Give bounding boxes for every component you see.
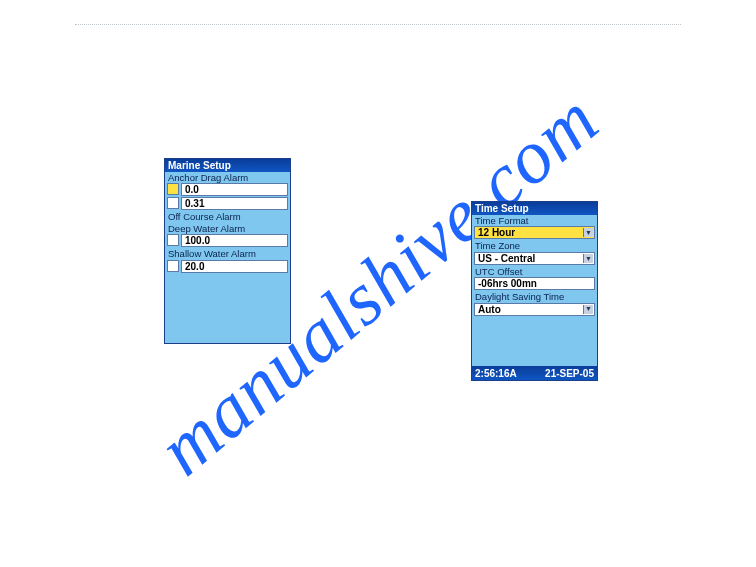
dst-label: Daylight Saving Time [472,291,597,302]
divider [75,24,681,25]
anchor-drag-value[interactable]: 0.0 [181,183,288,196]
marine-setup-window: Marine Setup Anchor Drag Alarm 0.0 0.31 … [164,158,291,344]
time-zone-label: Time Zone [472,240,597,251]
anchor-drag-label: Anchor Drag Alarm [165,172,290,183]
utc-offset-value: -06hrs 00mn [478,278,537,289]
time-format-value: 12 Hour [478,227,515,238]
time-title: Time Setup [472,202,597,215]
utc-offset-label: UTC Offset [472,266,597,277]
time-setup-window: Time Setup Time Format 12 Hour ▼ Time Zo… [471,201,598,381]
offcourse-label: Off Course Alarm [165,211,290,222]
dst-value: Auto [478,304,501,315]
anchor-drag2-value[interactable]: 0.31 [181,197,288,210]
status-date: 21-SEP-05 [545,368,594,379]
deepwater-value-text: 100.0 [185,235,210,246]
marine-title: Marine Setup [165,159,290,172]
deepwater-label: Deep Water Alarm [165,223,290,234]
deepwater-checkbox[interactable] [167,234,179,246]
shallowwater-checkbox[interactable] [167,260,179,272]
anchor-drag-checkbox[interactable] [167,183,179,195]
utc-offset-value-field[interactable]: -06hrs 00mn [474,277,595,290]
shallowwater-label: Shallow Water Alarm [165,248,290,259]
status-bar: 2:56:16A 21-SEP-05 [472,366,597,380]
chevron-down-icon: ▼ [583,305,593,314]
dst-select[interactable]: Auto ▼ [474,303,595,316]
anchor-drag-value-text: 0.0 [185,184,199,195]
anchor-drag2-value-text: 0.31 [185,198,204,209]
anchor-drag2-checkbox[interactable] [167,197,179,209]
shallowwater-value-text: 20.0 [185,261,204,272]
time-zone-select[interactable]: US - Central ▼ [474,252,595,265]
time-zone-value: US - Central [478,253,535,264]
chevron-down-icon: ▼ [583,228,593,237]
deepwater-value[interactable]: 100.0 [181,234,288,247]
status-time: 2:56:16A [475,368,517,379]
chevron-down-icon: ▼ [583,254,593,263]
shallowwater-value[interactable]: 20.0 [181,260,288,273]
time-format-label: Time Format [472,215,597,226]
time-format-select[interactable]: 12 Hour ▼ [474,226,595,239]
